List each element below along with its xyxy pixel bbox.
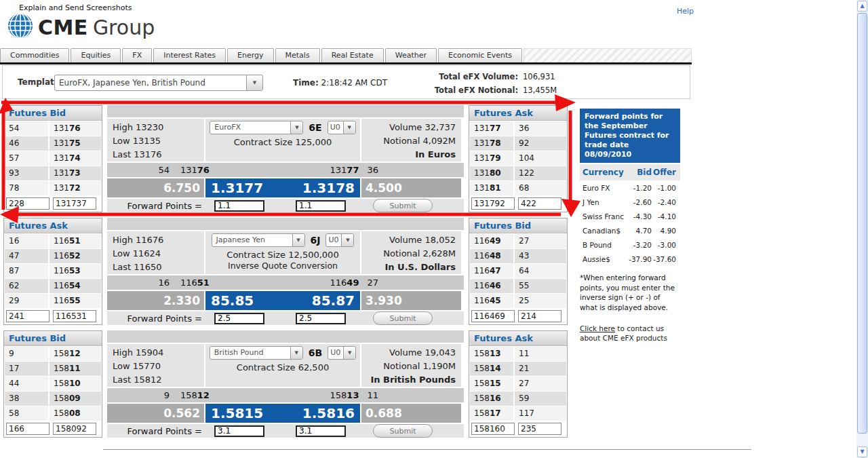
depth-rows: 158131115814211581527158165915817117: [469, 346, 567, 421]
depth-table-right: Futures Ask 1317736131789213179104131801…: [469, 105, 568, 212]
price-input[interactable]: [471, 197, 515, 210]
qty-cell: 117: [515, 406, 566, 421]
month-select-value: U0: [328, 347, 343, 359]
top-of-book-row: 9 15812 15813 11: [107, 388, 464, 402]
chevron-down-icon[interactable]: ▼: [290, 347, 302, 359]
submit-button[interactable]: Submit: [373, 424, 433, 438]
forward-points-row: Canadian$4.704.90: [580, 223, 680, 237]
currency-select[interactable]: British Pound ▼: [210, 346, 303, 360]
notional-line: Notional 1,190M: [361, 360, 456, 373]
depth-row: 2911655: [5, 294, 101, 308]
qty-input[interactable]: [518, 197, 561, 210]
depth-row: 5413176: [5, 121, 101, 136]
depth-row: 5815808: [5, 406, 101, 421]
qty-cell: 55: [515, 279, 566, 293]
chevron-down-icon[interactable]: ▼: [290, 121, 302, 134]
qty-input[interactable]: [6, 197, 50, 210]
scroll-up-icon[interactable]: ▲: [857, 1, 867, 12]
forward-points-input-ask[interactable]: [296, 200, 346, 212]
spot-bid: 85.85: [211, 291, 254, 310]
help-link[interactable]: Help: [677, 7, 694, 16]
tab-energy[interactable]: Energy: [227, 48, 274, 62]
volume-line: Volume 19,043: [361, 346, 456, 360]
depth-table-left: Futures Bid 9158121715811441581038158095…: [3, 330, 102, 438]
currency-name: J Yen: [580, 198, 627, 206]
forward-points-input-bid[interactable]: [214, 425, 264, 437]
price-stats: High 11676 Low 11624 Last 11650: [107, 231, 204, 274]
qty-input[interactable]: [518, 310, 561, 322]
price-input[interactable]: [53, 310, 96, 322]
currency-select[interactable]: EuroFX ▼: [210, 121, 303, 134]
tab-commodities[interactable]: Commodities: [0, 48, 69, 62]
month-select[interactable]: U0 ▼: [326, 233, 354, 247]
price-input[interactable]: [53, 197, 96, 210]
contact-text: Click here to contact us about CME eFX p…: [580, 324, 679, 343]
chevron-down-icon[interactable]: ▼: [341, 234, 353, 246]
qty-input[interactable]: [6, 310, 50, 322]
qty-cell: 58: [5, 406, 48, 421]
qty-cell: 17: [5, 362, 48, 376]
contract-code: 6J: [311, 235, 321, 246]
price-cell: 13177: [470, 121, 513, 136]
total-notional-label: Total eFX Notional:: [429, 85, 518, 95]
efx-totals: Total eFX Volume: 106,931 Total eFX Noti…: [429, 70, 557, 97]
ask-points: 4.500: [361, 178, 461, 197]
spot-bid: 1.5815: [211, 404, 263, 423]
price-input[interactable]: [53, 423, 96, 435]
spot-price-row: 2.330 85.85 85.87 3.930: [107, 291, 464, 310]
contract-size-line: Contract Size 12,500,000: [205, 250, 360, 260]
templates-select[interactable]: EuroFX, Japanese Yen, British Pound ▼: [54, 75, 263, 91]
bid-value: -4.30: [627, 212, 652, 221]
ask-qty: 27: [367, 278, 378, 288]
tab-fx[interactable]: FX: [122, 48, 152, 62]
tab-real-estate[interactable]: Real Estate: [321, 48, 384, 62]
price-input[interactable]: [471, 423, 515, 435]
depth-row: 4711652: [5, 249, 101, 263]
forward-points-row: Swiss Franc-4.30-4.10: [580, 209, 680, 223]
tab-equities[interactable]: Equities: [71, 48, 121, 62]
depth-row: 1581659: [470, 392, 566, 406]
chevron-down-icon[interactable]: ▼: [292, 234, 304, 246]
depth-row: 3815809: [5, 392, 101, 406]
scroll-down-icon[interactable]: ▼: [857, 446, 867, 457]
chevron-down-icon[interactable]: ▼: [343, 347, 355, 359]
column-header-currency: Currency: [580, 168, 627, 177]
time-display: Time: 2:18:42 AM CDT: [293, 78, 387, 88]
month-select[interactable]: U0 ▼: [328, 121, 356, 134]
spot-ask: 85.87: [312, 291, 355, 310]
currency-select-value: EuroFX: [210, 121, 290, 134]
forward-points-input-bid[interactable]: [214, 313, 264, 324]
chevron-down-icon[interactable]: ▼: [246, 75, 262, 90]
price-input[interactable]: [471, 310, 515, 322]
volume-stats: Volume 18,052 Notional 2,628M In U.S. Do…: [361, 231, 461, 274]
month-select[interactable]: U0 ▼: [328, 346, 356, 360]
scrollbar-thumb[interactable]: [857, 13, 867, 434]
panel-top-strip: [107, 330, 464, 343]
ask-points: 3.930: [361, 291, 461, 310]
vertical-scrollbar[interactable]: ▲ ▼: [856, 0, 868, 458]
forward-points-input-ask[interactable]: [296, 425, 346, 437]
submit-button[interactable]: Submit: [373, 311, 433, 325]
price-cell: 11646: [470, 279, 513, 293]
qty-cell: 21: [515, 362, 566, 376]
depth-table-title: Futures Bid: [4, 106, 102, 121]
forward-points-trade-date: 08/09/2010: [585, 150, 631, 159]
forward-points-input-ask[interactable]: [296, 313, 346, 324]
depth-row: 1317892: [470, 136, 566, 151]
tab-interest-rates[interactable]: Interest Rates: [153, 48, 226, 62]
qty-input[interactable]: [6, 423, 50, 435]
bid-qty: 54: [107, 165, 170, 175]
price-cell: 11649: [470, 234, 513, 248]
bid-points: 0.562: [107, 404, 204, 423]
currency-select-value: British Pound: [210, 347, 290, 359]
denomination-line: In Euros: [361, 148, 456, 161]
tab-metals[interactable]: Metals: [275, 48, 320, 62]
qty-input[interactable]: [518, 423, 561, 435]
forward-points-input-bid[interactable]: [214, 200, 264, 212]
tab-economic-events[interactable]: Economic Events: [438, 48, 522, 62]
chevron-down-icon[interactable]: ▼: [343, 121, 355, 134]
tab-weather[interactable]: Weather: [385, 48, 437, 62]
currency-select[interactable]: Japanese Yen ▼: [212, 233, 305, 247]
submit-button[interactable]: Submit: [373, 199, 433, 212]
contact-link[interactable]: Click here: [580, 324, 615, 332]
